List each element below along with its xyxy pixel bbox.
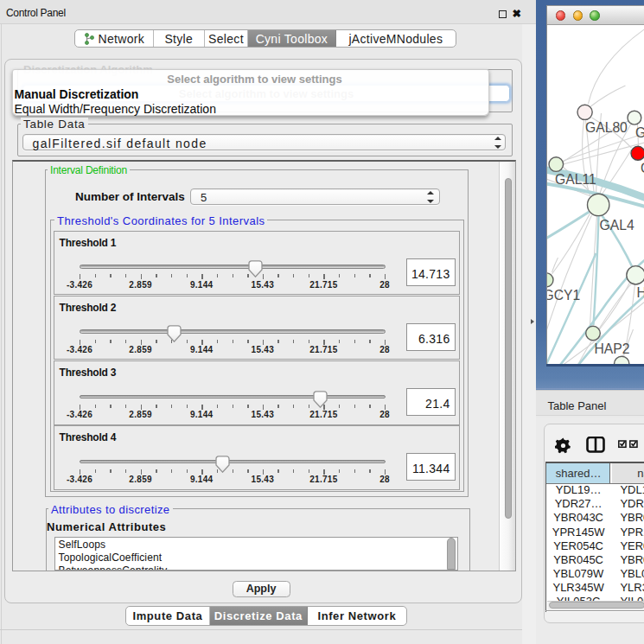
svg-text:GCY1: GCY1 [547,288,580,303]
svg-text:GAL80: GAL80 [585,120,628,135]
svg-text:GAL11: GAL11 [555,172,596,187]
svg-text:GAL4: GAL4 [599,218,634,233]
svg-text:HAP2: HAP2 [594,341,629,356]
svg-text:CY: CY [641,161,644,175]
svg-text:HAP4: HAP4 [636,285,644,300]
svg-text:GAL: GAL [635,125,644,140]
